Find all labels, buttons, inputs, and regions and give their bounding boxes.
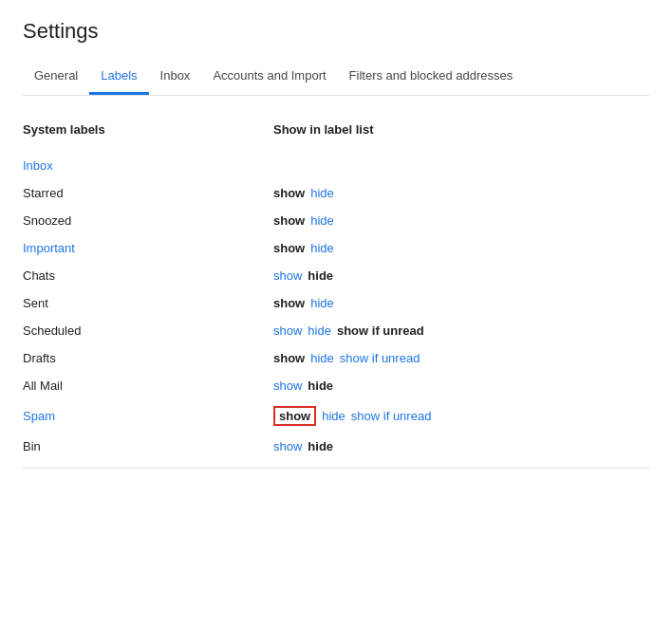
table-row: Snoozed show hide <box>23 207 649 234</box>
tab-labels[interactable]: Labels <box>89 59 148 95</box>
table-row: All Mail show hide <box>23 372 649 399</box>
label-actions-drafts: show hide show if unread <box>273 344 649 372</box>
show-highlighted-spam[interactable]: show <box>273 406 316 426</box>
label-actions-starred: show hide <box>273 179 649 207</box>
table-row: Starred show hide <box>23 179 649 207</box>
label-actions-spam: show hide show if unread <box>273 399 649 433</box>
labels-table: System labels Show in label list Inbox S… <box>23 115 649 460</box>
label-actions-important: show hide <box>273 234 649 262</box>
hide-button-drafts[interactable]: hide <box>310 351 334 365</box>
content-area: System labels Show in label list Inbox S… <box>0 96 672 488</box>
label-actions-snoozed: show hide <box>273 207 649 234</box>
tab-filters[interactable]: Filters and blocked addresses <box>338 59 525 95</box>
table-divider <box>23 468 649 469</box>
show-button-drafts[interactable]: show <box>273 351 305 365</box>
hide-bold-allmail[interactable]: hide <box>308 379 333 393</box>
hide-button-scheduled[interactable]: hide <box>308 323 331 338</box>
hide-bold-bin[interactable]: hide <box>308 439 333 453</box>
table-row: Scheduled show hide show if unread <box>23 317 649 344</box>
show-button-important[interactable]: show <box>273 241 305 255</box>
label-name-starred: Starred <box>23 179 273 207</box>
page-title: Settings <box>23 19 649 44</box>
show-link-allmail[interactable]: show <box>273 379 302 393</box>
label-actions-chats: show hide <box>273 262 649 289</box>
label-actions-bin: show hide <box>273 433 649 460</box>
show-button-snoozed[interactable]: show <box>273 213 305 228</box>
table-row: Important show hide <box>23 234 649 262</box>
label-name-inbox: Inbox <box>23 152 273 179</box>
label-name-bin: Bin <box>23 433 273 460</box>
col-show-in-list-header: Show in label list <box>273 115 649 152</box>
show-button-sent[interactable]: show <box>273 296 305 310</box>
label-name-drafts: Drafts <box>23 344 273 372</box>
tab-general[interactable]: General <box>23 59 89 95</box>
show-if-unread-link-spam[interactable]: show if unread <box>351 409 432 423</box>
show-button-starred[interactable]: show <box>273 186 305 200</box>
tab-inbox[interactable]: Inbox <box>149 59 202 95</box>
label-name-chats: Chats <box>23 262 273 289</box>
hide-button-spam[interactable]: hide <box>322 409 345 423</box>
show-link-scheduled[interactable]: show <box>273 323 302 338</box>
hide-button-important[interactable]: hide <box>310 241 334 255</box>
show-if-unread-bold-scheduled[interactable]: show if unread <box>337 323 424 338</box>
page-header: Settings General Labels Inbox Accounts a… <box>0 0 672 96</box>
label-name-spam: Spam <box>23 399 273 433</box>
hide-button-snoozed[interactable]: hide <box>310 213 334 228</box>
label-actions-scheduled: show hide show if unread <box>273 317 649 344</box>
hide-bold-chats[interactable]: hide <box>308 268 333 283</box>
show-link-bin[interactable]: show <box>273 439 302 453</box>
hide-button-sent[interactable]: hide <box>310 296 334 310</box>
label-actions-allmail: show hide <box>273 372 649 399</box>
label-actions-inbox <box>273 152 649 179</box>
label-name-allmail: All Mail <box>23 372 273 399</box>
tab-accounts[interactable]: Accounts and Import <box>201 59 337 95</box>
table-row: Spam show hide show if unread <box>23 399 649 433</box>
table-row: Sent show hide <box>23 289 649 317</box>
table-row: Chats show hide <box>23 262 649 289</box>
table-row: Inbox <box>23 152 649 179</box>
show-link-chats[interactable]: show <box>273 268 302 283</box>
label-name-snoozed: Snoozed <box>23 207 273 234</box>
show-if-unread-link-drafts[interactable]: show if unread <box>340 351 420 365</box>
label-actions-sent: show hide <box>273 289 649 317</box>
label-name-sent: Sent <box>23 289 273 317</box>
col-system-labels-header: System labels <box>23 115 273 152</box>
table-row: Drafts show hide show if unread <box>23 344 649 372</box>
hide-button-starred[interactable]: hide <box>310 186 334 200</box>
label-name-important: Important <box>23 234 273 262</box>
table-row: Bin show hide <box>23 433 649 460</box>
label-name-scheduled: Scheduled <box>23 317 273 344</box>
nav-tabs: General Labels Inbox Accounts and Import… <box>23 59 649 96</box>
